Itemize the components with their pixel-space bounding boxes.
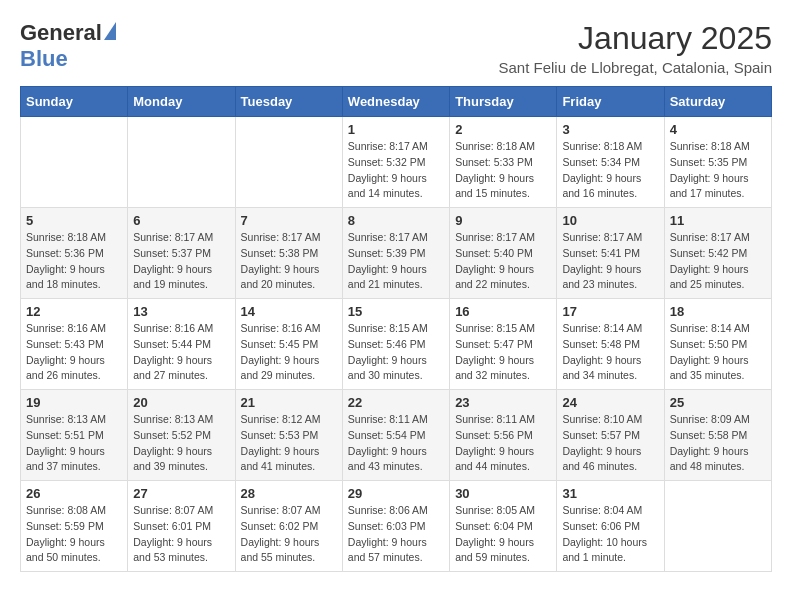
calendar-table: SundayMondayTuesdayWednesdayThursdayFrid… [20,86,772,572]
day-number: 11 [670,213,766,228]
day-info: Sunrise: 8:17 AM Sunset: 5:38 PM Dayligh… [241,230,337,293]
day-info: Sunrise: 8:17 AM Sunset: 5:39 PM Dayligh… [348,230,444,293]
calendar-week-3: 12Sunrise: 8:16 AM Sunset: 5:43 PM Dayli… [21,299,772,390]
page-header: General Blue January 2025 Sant Feliu de … [20,20,772,76]
day-info: Sunrise: 8:11 AM Sunset: 5:56 PM Dayligh… [455,412,551,475]
calendar-cell: 26Sunrise: 8:08 AM Sunset: 5:59 PM Dayli… [21,481,128,572]
day-info: Sunrise: 8:07 AM Sunset: 6:02 PM Dayligh… [241,503,337,566]
logo-triangle-icon [104,22,116,40]
day-info: Sunrise: 8:13 AM Sunset: 5:51 PM Dayligh… [26,412,122,475]
day-number: 2 [455,122,551,137]
calendar-cell: 12Sunrise: 8:16 AM Sunset: 5:43 PM Dayli… [21,299,128,390]
calendar-cell: 9Sunrise: 8:17 AM Sunset: 5:40 PM Daylig… [450,208,557,299]
calendar-cell: 17Sunrise: 8:14 AM Sunset: 5:48 PM Dayli… [557,299,664,390]
calendar-header-friday: Friday [557,87,664,117]
day-number: 28 [241,486,337,501]
calendar-header-sunday: Sunday [21,87,128,117]
day-info: Sunrise: 8:17 AM Sunset: 5:40 PM Dayligh… [455,230,551,293]
day-number: 21 [241,395,337,410]
day-number: 1 [348,122,444,137]
day-info: Sunrise: 8:12 AM Sunset: 5:53 PM Dayligh… [241,412,337,475]
logo-blue-text: Blue [20,46,68,72]
day-info: Sunrise: 8:18 AM Sunset: 5:36 PM Dayligh… [26,230,122,293]
day-info: Sunrise: 8:13 AM Sunset: 5:52 PM Dayligh… [133,412,229,475]
day-number: 18 [670,304,766,319]
day-number: 12 [26,304,122,319]
day-info: Sunrise: 8:05 AM Sunset: 6:04 PM Dayligh… [455,503,551,566]
calendar-cell: 13Sunrise: 8:16 AM Sunset: 5:44 PM Dayli… [128,299,235,390]
logo: General Blue [20,20,116,72]
calendar-cell: 2Sunrise: 8:18 AM Sunset: 5:33 PM Daylig… [450,117,557,208]
calendar-week-5: 26Sunrise: 8:08 AM Sunset: 5:59 PM Dayli… [21,481,772,572]
calendar-cell: 5Sunrise: 8:18 AM Sunset: 5:36 PM Daylig… [21,208,128,299]
calendar-cell: 7Sunrise: 8:17 AM Sunset: 5:38 PM Daylig… [235,208,342,299]
day-info: Sunrise: 8:17 AM Sunset: 5:37 PM Dayligh… [133,230,229,293]
day-info: Sunrise: 8:04 AM Sunset: 6:06 PM Dayligh… [562,503,658,566]
calendar-cell [235,117,342,208]
day-number: 6 [133,213,229,228]
day-info: Sunrise: 8:06 AM Sunset: 6:03 PM Dayligh… [348,503,444,566]
day-info: Sunrise: 8:18 AM Sunset: 5:34 PM Dayligh… [562,139,658,202]
day-info: Sunrise: 8:07 AM Sunset: 6:01 PM Dayligh… [133,503,229,566]
calendar-cell: 1Sunrise: 8:17 AM Sunset: 5:32 PM Daylig… [342,117,449,208]
day-info: Sunrise: 8:17 AM Sunset: 5:32 PM Dayligh… [348,139,444,202]
day-info: Sunrise: 8:16 AM Sunset: 5:45 PM Dayligh… [241,321,337,384]
day-info: Sunrise: 8:08 AM Sunset: 5:59 PM Dayligh… [26,503,122,566]
day-number: 23 [455,395,551,410]
day-number: 10 [562,213,658,228]
day-info: Sunrise: 8:15 AM Sunset: 5:47 PM Dayligh… [455,321,551,384]
day-number: 9 [455,213,551,228]
calendar-cell: 23Sunrise: 8:11 AM Sunset: 5:56 PM Dayli… [450,390,557,481]
calendar-cell: 10Sunrise: 8:17 AM Sunset: 5:41 PM Dayli… [557,208,664,299]
calendar-cell: 20Sunrise: 8:13 AM Sunset: 5:52 PM Dayli… [128,390,235,481]
calendar-week-2: 5Sunrise: 8:18 AM Sunset: 5:36 PM Daylig… [21,208,772,299]
calendar-week-4: 19Sunrise: 8:13 AM Sunset: 5:51 PM Dayli… [21,390,772,481]
day-number: 4 [670,122,766,137]
calendar-cell [128,117,235,208]
day-number: 31 [562,486,658,501]
calendar-header-wednesday: Wednesday [342,87,449,117]
day-info: Sunrise: 8:09 AM Sunset: 5:58 PM Dayligh… [670,412,766,475]
calendar-header-tuesday: Tuesday [235,87,342,117]
calendar-cell: 24Sunrise: 8:10 AM Sunset: 5:57 PM Dayli… [557,390,664,481]
day-info: Sunrise: 8:11 AM Sunset: 5:54 PM Dayligh… [348,412,444,475]
calendar-header-saturday: Saturday [664,87,771,117]
day-number: 25 [670,395,766,410]
month-title: January 2025 [498,20,772,57]
day-number: 5 [26,213,122,228]
day-info: Sunrise: 8:14 AM Sunset: 5:48 PM Dayligh… [562,321,658,384]
day-number: 17 [562,304,658,319]
day-number: 15 [348,304,444,319]
calendar-week-1: 1Sunrise: 8:17 AM Sunset: 5:32 PM Daylig… [21,117,772,208]
day-number: 29 [348,486,444,501]
day-info: Sunrise: 8:14 AM Sunset: 5:50 PM Dayligh… [670,321,766,384]
day-number: 30 [455,486,551,501]
day-number: 8 [348,213,444,228]
calendar-header-monday: Monday [128,87,235,117]
day-info: Sunrise: 8:16 AM Sunset: 5:43 PM Dayligh… [26,321,122,384]
calendar-cell: 31Sunrise: 8:04 AM Sunset: 6:06 PM Dayli… [557,481,664,572]
calendar-cell [21,117,128,208]
day-info: Sunrise: 8:16 AM Sunset: 5:44 PM Dayligh… [133,321,229,384]
day-number: 22 [348,395,444,410]
day-info: Sunrise: 8:18 AM Sunset: 5:35 PM Dayligh… [670,139,766,202]
calendar-cell: 16Sunrise: 8:15 AM Sunset: 5:47 PM Dayli… [450,299,557,390]
day-number: 16 [455,304,551,319]
day-number: 20 [133,395,229,410]
calendar-cell: 15Sunrise: 8:15 AM Sunset: 5:46 PM Dayli… [342,299,449,390]
day-info: Sunrise: 8:15 AM Sunset: 5:46 PM Dayligh… [348,321,444,384]
day-info: Sunrise: 8:18 AM Sunset: 5:33 PM Dayligh… [455,139,551,202]
calendar-cell: 14Sunrise: 8:16 AM Sunset: 5:45 PM Dayli… [235,299,342,390]
calendar-cell: 28Sunrise: 8:07 AM Sunset: 6:02 PM Dayli… [235,481,342,572]
location-subtitle: Sant Feliu de Llobregat, Catalonia, Spai… [498,59,772,76]
calendar-cell: 25Sunrise: 8:09 AM Sunset: 5:58 PM Dayli… [664,390,771,481]
calendar-cell: 11Sunrise: 8:17 AM Sunset: 5:42 PM Dayli… [664,208,771,299]
calendar-cell: 8Sunrise: 8:17 AM Sunset: 5:39 PM Daylig… [342,208,449,299]
day-number: 3 [562,122,658,137]
calendar-cell: 29Sunrise: 8:06 AM Sunset: 6:03 PM Dayli… [342,481,449,572]
title-section: January 2025 Sant Feliu de Llobregat, Ca… [498,20,772,76]
calendar-cell: 18Sunrise: 8:14 AM Sunset: 5:50 PM Dayli… [664,299,771,390]
logo-general-text: General [20,20,102,46]
day-number: 26 [26,486,122,501]
calendar-cell: 6Sunrise: 8:17 AM Sunset: 5:37 PM Daylig… [128,208,235,299]
